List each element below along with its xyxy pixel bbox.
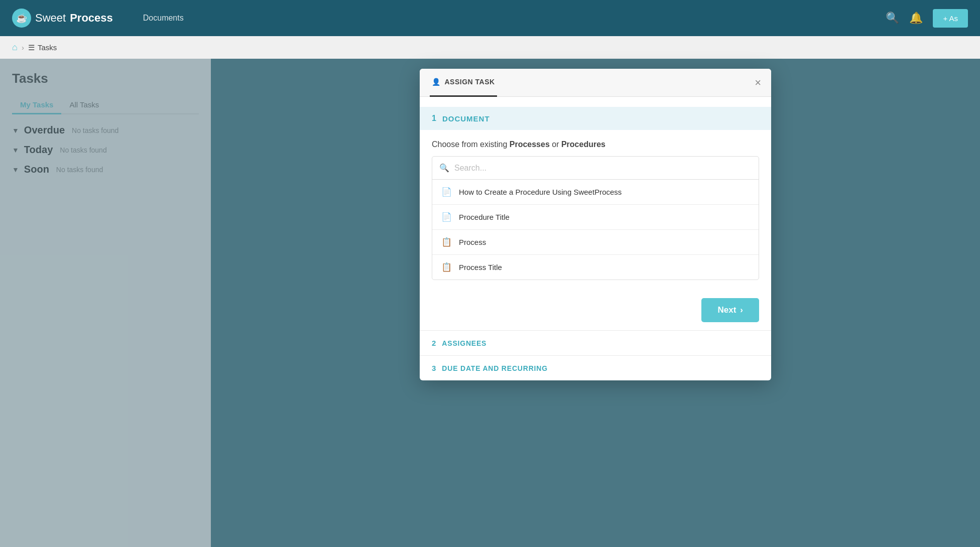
breadcrumb-separator: › xyxy=(22,43,24,52)
nav-right: 🔍 🔔 + As xyxy=(886,9,968,28)
section3-title: DUE DATE AND RECURRING xyxy=(442,364,548,372)
logo-icon: ☕ xyxy=(12,9,31,28)
search-box: 🔍 xyxy=(432,157,759,180)
doc-title-3: Process xyxy=(459,238,486,246)
list-item[interactable]: 📄 How to Create a Procedure Using SweetP… xyxy=(432,180,759,205)
modal-tab-assign-task: 👤 ASSIGN TASK xyxy=(430,69,497,97)
logo-sweet: Sweet xyxy=(35,12,66,25)
assign-task-modal: 👤 ASSIGN TASK × 1 DOCUMENT Choose from e… xyxy=(420,69,771,380)
home-icon[interactable]: ⌂ xyxy=(12,42,18,53)
doc-title-4: Process Title xyxy=(459,263,502,271)
list-item[interactable]: 📋 Process Title xyxy=(432,255,759,280)
choose-processes: Processes xyxy=(510,140,550,149)
user-icon: 👤 xyxy=(432,78,441,86)
section1-title: DOCUMENT xyxy=(442,114,490,123)
next-button[interactable]: Next › xyxy=(701,298,759,322)
chevron-right-icon: › xyxy=(740,305,743,315)
choose-label: Choose from existing Processes or Proced… xyxy=(432,140,759,149)
nav-documents[interactable]: Documents xyxy=(133,0,194,36)
choose-or: or xyxy=(552,140,561,149)
nav-links: Documents xyxy=(133,0,194,36)
section1-header: 1 DOCUMENT xyxy=(420,107,771,130)
section2-number: 2 xyxy=(432,339,436,347)
procedure-icon: 📄 xyxy=(441,187,452,197)
breadcrumb: ⌂ › ☰ Tasks xyxy=(0,36,980,59)
choose-procedures: Procedures xyxy=(561,140,605,149)
search-container: 🔍 📄 How to Create a Procedure Using Swee… xyxy=(432,156,759,280)
modal-close-button[interactable]: × xyxy=(755,77,761,88)
process-icon: 📋 xyxy=(441,237,452,247)
tasks-list-icon: ☰ xyxy=(28,43,35,52)
modal-section-assignees[interactable]: 2 ASSIGNEES xyxy=(420,330,771,355)
search-input[interactable] xyxy=(454,164,752,173)
breadcrumb-tasks-label: Tasks xyxy=(38,43,57,52)
modal-tab-label: ASSIGN TASK xyxy=(445,78,495,86)
logo-process: Process xyxy=(70,12,113,25)
section2-title: ASSIGNEES xyxy=(442,339,486,347)
app-logo: ☕ SweetProcess xyxy=(12,9,113,28)
section1-number: 1 xyxy=(432,114,436,123)
process-icon: 📋 xyxy=(441,262,452,272)
main-content: Tasks My Tasks All Tasks ▼ Overdue No ta… xyxy=(0,59,980,547)
doc-title-2: Procedure Title xyxy=(459,213,510,221)
doc-title-1: How to Create a Procedure Using SweetPro… xyxy=(459,188,622,196)
section3-number: 3 xyxy=(432,364,436,372)
list-item[interactable]: 📋 Process xyxy=(432,230,759,255)
modal-section-document: 1 DOCUMENT Choose from existing Processe… xyxy=(420,97,771,290)
modal-section-due-date[interactable]: 3 DUE DATE AND RECURRING xyxy=(420,355,771,380)
modal-actions: Next › xyxy=(420,290,771,330)
procedure-icon: 📄 xyxy=(441,212,452,222)
modal-header: 👤 ASSIGN TASK × xyxy=(420,69,771,97)
document-list: 📄 How to Create a Procedure Using SweetP… xyxy=(432,180,759,280)
bell-icon[interactable]: 🔔 xyxy=(909,12,923,25)
search-icon: 🔍 xyxy=(439,163,449,173)
search-icon[interactable]: 🔍 xyxy=(886,12,899,25)
assign-button[interactable]: + As xyxy=(933,9,968,28)
choose-text: Choose from existing xyxy=(432,140,507,149)
breadcrumb-tasks: ☰ Tasks xyxy=(28,43,57,52)
next-button-label: Next xyxy=(717,305,736,315)
top-navigation: ☕ SweetProcess Documents 🔍 🔔 + As xyxy=(0,0,980,36)
list-item[interactable]: 📄 Procedure Title xyxy=(432,205,759,230)
